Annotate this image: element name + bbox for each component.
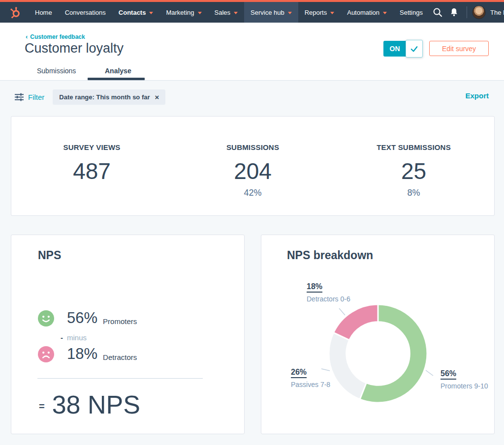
nav-label: Reports [305, 9, 327, 16]
nav-item-marketing[interactable]: Marketing [159, 2, 208, 23]
nps-card-title: NPS [38, 249, 61, 262]
minus-row: -minus [61, 333, 87, 342]
search-icon [433, 7, 442, 17]
equals-sign: = [39, 401, 45, 419]
tab-analyse[interactable]: Analyse [105, 67, 131, 75]
nav-item-automation[interactable]: Automation [341, 2, 393, 23]
nav-label: Service hub [251, 9, 284, 16]
user-avatar[interactable] [472, 5, 486, 19]
promoters-chart-label[interactable]: 56% Promoters 9-10 [441, 369, 488, 390]
stat-percent: 42% [172, 188, 333, 198]
navbar-right-group: The Midnight Society [429, 2, 504, 23]
nav-item-reports[interactable]: Reports [298, 2, 341, 23]
chevron-down-icon [234, 12, 238, 14]
stat-percent: 8% [333, 188, 494, 198]
passives-chart-percent: 26% [291, 368, 307, 378]
promoters-label: Promoters [103, 317, 137, 326]
export-button[interactable]: Export [465, 91, 489, 100]
divider [37, 378, 203, 379]
stat-survey-views: SURVEY VIEWS 487 [11, 117, 172, 215]
nav-label: Settings [400, 9, 423, 16]
chevron-left-icon: ‹ [26, 33, 28, 40]
promoters-chart-sublabel: Promoters 9-10 [441, 382, 488, 390]
filter-button[interactable]: Filter [15, 93, 44, 101]
chevron-down-icon [383, 12, 387, 14]
stat-label: SUBMISSIONS [172, 143, 333, 151]
filter-label: Filter [28, 93, 44, 101]
nav-label: Home [35, 9, 52, 16]
detractors-row: 18% Detractors [38, 345, 137, 363]
nav-item-conversations[interactable]: Conversations [59, 2, 112, 23]
nps-breakdown-card: NPS breakdown 18% Detractors 0-6 26% Pas… [261, 235, 495, 434]
nav-label: Contacts [119, 9, 146, 16]
stat-label: TEXT SUBMISSIONS [333, 143, 494, 151]
chevron-down-icon [288, 12, 292, 14]
breadcrumb[interactable]: ‹Customer feedback [26, 33, 85, 40]
close-icon[interactable]: × [155, 93, 159, 101]
nav-item-sales[interactable]: Sales [208, 2, 245, 23]
chevron-down-icon [149, 12, 153, 14]
notifications-button[interactable] [446, 2, 463, 23]
nps-donut-chart[interactable] [329, 305, 427, 402]
tab-submissions[interactable]: Submissions [37, 67, 76, 75]
toggle-on-label: ON [383, 41, 406, 57]
passives-chart-label[interactable]: 26% Passives 7-8 [291, 368, 330, 388]
nav-item-contacts[interactable]: Contacts [112, 2, 160, 23]
toggle-check-box [406, 40, 423, 58]
stat-text-submissions: TEXT SUBMISSIONS 25 8% [333, 117, 494, 215]
filter-sliders-icon [15, 93, 24, 101]
nav-label: Automation [347, 9, 379, 16]
stat-label: SURVEY VIEWS [11, 143, 172, 151]
navbar-divider [467, 6, 467, 18]
breakdown-card-title: NPS breakdown [287, 249, 373, 262]
frown-face-icon [38, 346, 54, 362]
page-header: ‹Customer feedback Customer loyalty ON E… [0, 23, 504, 81]
summary-stats-card: SURVEY VIEWS 487 SUBMISSIONS 204 42% TEX… [11, 116, 495, 216]
nps-result-row: = 38 NPS [39, 390, 140, 419]
detractors-chart-sublabel: Detractors 0-6 [307, 295, 350, 303]
promoters-percent: 56% [67, 309, 97, 327]
smiley-face-icon [38, 310, 54, 326]
nav-item-home[interactable]: Home [29, 2, 59, 23]
promoters-chart-percent: 56% [441, 369, 456, 380]
search-button[interactable] [429, 2, 446, 23]
stat-value: 487 [11, 158, 172, 184]
nps-result-value: 38 NPS [52, 390, 140, 419]
date-range-chip[interactable]: Date range: This month so far × [53, 89, 165, 105]
nav-item-service-hub[interactable]: Service hub [244, 2, 298, 23]
minus-sign: - [61, 333, 63, 342]
stat-value: 25 [333, 158, 494, 184]
active-tab-underline [88, 78, 145, 80]
detractors-percent: 18% [67, 345, 97, 363]
nav-item-settings[interactable]: Settings [393, 2, 429, 23]
page-title: Customer loyalty [25, 41, 124, 56]
nav-label: Conversations [65, 9, 106, 16]
donut-svg [329, 305, 427, 402]
filter-bar: Filter Date range: This month so far × [15, 89, 165, 105]
nav-label: Marketing [166, 9, 194, 16]
promoters-row: 56% Promoters [38, 309, 137, 327]
nps-card: NPS 56% Promoters -minus 18% Detractors … [11, 235, 245, 434]
sprocket-icon [9, 5, 22, 19]
minus-word: minus [67, 333, 87, 342]
breadcrumb-label: Customer feedback [30, 33, 85, 40]
account-name: The Midnight Society [490, 9, 504, 16]
edit-survey-button[interactable]: Edit survey [429, 41, 489, 56]
checkmark-icon [410, 44, 419, 54]
chevron-down-icon [330, 12, 334, 14]
stat-submissions: SUBMISSIONS 204 42% [172, 117, 333, 215]
detractors-chart-percent: 18% [307, 282, 322, 293]
detractors-chart-label[interactable]: 18% Detractors 0-6 [307, 282, 350, 303]
bell-icon [449, 7, 459, 17]
hubspot-logo[interactable] [6, 2, 29, 23]
nav-label: Sales [215, 9, 231, 16]
chevron-down-icon [198, 12, 202, 14]
account-menu[interactable]: The Midnight Society [490, 9, 504, 16]
main-navbar: Home Conversations Contacts Marketing Sa… [0, 2, 504, 23]
stat-value: 204 [172, 158, 333, 184]
chip-label: Date range: This month so far [59, 93, 150, 101]
survey-status-toggle[interactable]: ON [383, 40, 423, 58]
passives-chart-sublabel: Passives 7-8 [291, 381, 330, 388]
detractors-label: Detractors [103, 353, 137, 361]
